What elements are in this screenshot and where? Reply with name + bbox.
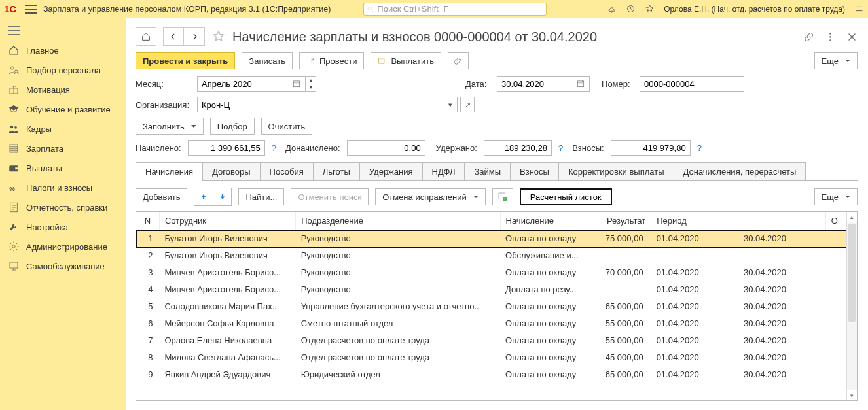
post-and-close-button[interactable]: Провести и закрыть xyxy=(136,52,235,69)
sidebar-menu-icon[interactable] xyxy=(8,26,20,35)
sidebar-item-обучение-и-развитие[interactable]: Обучение и развитие xyxy=(0,99,126,119)
tab-7[interactable]: Взносы xyxy=(510,162,559,180)
cell-employee: Яцкив Андрей Эдуардович xyxy=(159,366,295,383)
sidebar-item-налоги-и-взносы[interactable]: %Налоги и взносы xyxy=(0,178,126,197)
cell-employee: Орлова Елена Николаевна xyxy=(159,332,295,349)
tab-5[interactable]: НДФЛ xyxy=(422,162,465,180)
cell-accrual: Обслуживание и... xyxy=(500,247,587,264)
sidebar-item-администрирование[interactable]: Администрирование xyxy=(0,237,126,256)
sidebar-item-настройка[interactable]: Настройка xyxy=(0,217,126,237)
cell-accrual: Оплата по окладу xyxy=(500,349,587,366)
tab-more-button[interactable]: Еще xyxy=(814,188,858,205)
contrib-help-icon[interactable]: ? xyxy=(697,143,702,153)
bell-icon[interactable] xyxy=(607,4,617,14)
history-icon[interactable] xyxy=(626,4,636,14)
tab-8[interactable]: Корректировки выплаты xyxy=(558,162,674,180)
number-input[interactable]: 0000-000004 xyxy=(640,76,744,92)
find-button[interactable]: Найти... xyxy=(238,188,284,205)
pick-button[interactable]: Подбор xyxy=(210,118,255,135)
month-input[interactable]: Апрель 2020 xyxy=(197,76,306,92)
pay-button-label: Выплатить xyxy=(391,56,434,66)
col-accrual[interactable]: Начисление xyxy=(500,212,587,230)
sidebar-item-зарплата[interactable]: Зарплата xyxy=(0,139,126,158)
table-scrollbar[interactable]: ▴ ▾ xyxy=(846,212,857,400)
cell-period-from: 01.04.2020 xyxy=(651,366,738,383)
close-icon[interactable] xyxy=(846,31,858,43)
gear-icon xyxy=(8,241,20,252)
logo-1c[interactable]: 1C xyxy=(4,3,18,15)
current-user[interactable]: Орлова Е.Н. (Нач. отд. расчетов по оплат… xyxy=(664,5,845,14)
sidebar-item-главное[interactable]: Главное xyxy=(0,41,126,60)
table-row[interactable]: 4Минчев Аристотель Борисо...РуководствоД… xyxy=(136,281,846,298)
cell-employee: Мейерсон Софья Карловна xyxy=(159,315,295,332)
org-dropdown-button[interactable]: ▾ xyxy=(443,97,458,112)
table-row[interactable]: 7Орлова Елена НиколаевнаОтдел расчетов п… xyxy=(136,332,846,349)
sidebar-item-отчетность-справки[interactable]: Отчетность, справки xyxy=(0,197,126,217)
main-menu-icon[interactable] xyxy=(25,5,37,14)
table-row[interactable]: 5Солодовникова Мария Пах...Управление бу… xyxy=(136,298,846,315)
withheld-help-icon[interactable]: ? xyxy=(558,143,563,153)
cell-accrual: Оплата по окладу xyxy=(500,264,587,281)
table-row[interactable]: 1Булатов Игорь ВиленовичРуководствоОплат… xyxy=(136,230,846,247)
col-o[interactable]: О xyxy=(825,212,846,230)
tab-9[interactable]: Доначисления, перерасчеты xyxy=(674,162,806,180)
table-row[interactable]: 9Яцкив Андрей ЭдуардовичЮридический отде… xyxy=(136,366,846,383)
sidebar-item-мотивация[interactable]: Мотивация xyxy=(0,80,126,99)
col-employee[interactable]: Сотрудник xyxy=(159,212,295,230)
favorite-toggle-icon[interactable] xyxy=(211,29,226,44)
fill-button[interactable]: Заполнить xyxy=(136,118,204,135)
tab-3[interactable]: Льготы xyxy=(313,162,360,180)
sidebar-item-самообслуживание[interactable]: Самообслуживание xyxy=(0,256,126,276)
table-row[interactable]: 6Мейерсон Софья КарловнаСметно-штатный о… xyxy=(136,315,846,332)
add-row-button[interactable]: Добавить xyxy=(136,188,187,205)
table-add-column-button[interactable] xyxy=(492,188,513,205)
scroll-up-icon[interactable]: ▴ xyxy=(847,212,857,222)
link-icon[interactable] xyxy=(803,31,814,43)
tabs: НачисленияДоговорыПособияЛьготыУдержания… xyxy=(136,162,858,181)
date-input[interactable]: 30.04.2020 xyxy=(497,76,590,92)
move-down-button[interactable] xyxy=(213,188,231,205)
more-button[interactable]: Еще xyxy=(814,52,858,69)
sidebar-item-подбор-персонала[interactable]: Подбор персонала xyxy=(0,60,126,80)
sidebar-item-кадры[interactable]: Кадры xyxy=(0,119,126,139)
clear-button[interactable]: Очистить xyxy=(261,118,313,135)
col-period[interactable]: Период xyxy=(651,212,826,230)
month-stepper[interactable]: ▴▾ xyxy=(306,76,316,92)
tab-2[interactable]: Пособия xyxy=(260,162,314,180)
tab-0[interactable]: Начисления xyxy=(136,162,203,180)
pay-button[interactable]: Выплатить xyxy=(371,52,441,69)
attach-button[interactable] xyxy=(448,52,469,69)
col-n[interactable]: N xyxy=(136,212,159,230)
nav-back-button[interactable] xyxy=(163,27,184,46)
write-button[interactable]: Записать xyxy=(242,52,293,69)
accrued-help-icon[interactable]: ? xyxy=(272,143,276,153)
scroll-down-icon[interactable]: ▾ xyxy=(847,390,857,400)
tab-4[interactable]: Удержания xyxy=(359,162,423,180)
tab-6[interactable]: Займы xyxy=(464,162,511,180)
dots-vertical-icon[interactable] xyxy=(825,31,836,43)
move-up-button[interactable] xyxy=(194,188,213,205)
table-row[interactable]: 8Милова Светлана Афанась...Отдел расчето… xyxy=(136,349,846,366)
col-result[interactable]: Результат xyxy=(587,212,651,230)
org-open-button[interactable]: ↗ xyxy=(460,97,475,112)
org-input[interactable]: Крон-Ц xyxy=(197,97,443,112)
nav-forward-button[interactable] xyxy=(184,27,205,46)
table-row[interactable]: 2Булатов Игорь ВиленовичРуководствоОбслу… xyxy=(136,247,846,264)
cancel-corrections-button[interactable]: Отмена исправлений xyxy=(375,188,486,205)
cell-accrual: Оплата по окладу xyxy=(500,332,587,349)
scroll-thumb[interactable] xyxy=(848,224,856,322)
star-icon[interactable] xyxy=(645,4,655,14)
post-button[interactable]: Провести xyxy=(299,52,365,69)
col-department[interactable]: Подразделение xyxy=(296,212,500,230)
sidebar-item-выплаты[interactable]: Выплаты xyxy=(0,158,126,178)
tab-1[interactable]: Договоры xyxy=(202,162,260,180)
svg-line-1 xyxy=(372,10,374,12)
home-button[interactable] xyxy=(136,27,156,46)
cell-n: 9 xyxy=(136,366,159,383)
cell-o xyxy=(825,281,846,298)
payslip-button[interactable]: Расчетный листок xyxy=(520,188,612,205)
sidebar-item-label: Налоги и взносы xyxy=(26,183,92,193)
settings-lines-icon[interactable] xyxy=(854,4,864,14)
global-search[interactable]: Поиск Ctrl+Shift+F xyxy=(363,3,547,16)
table-row[interactable]: 3Минчев Аристотель Борисо...РуководствоО… xyxy=(136,264,846,281)
